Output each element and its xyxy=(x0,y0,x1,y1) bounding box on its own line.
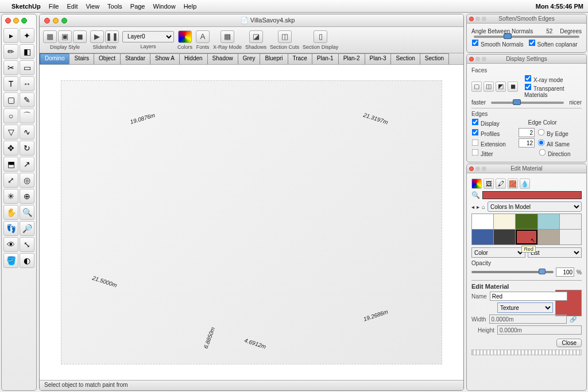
tool-zoomwindow[interactable]: 🔎 xyxy=(20,221,34,236)
crayon-icon[interactable]: 🖍 xyxy=(496,178,506,189)
display-edges-checkbox[interactable]: Display xyxy=(471,121,500,127)
menu-window[interactable]: Window xyxy=(153,3,176,10)
zoom-icon[interactable] xyxy=(482,17,486,21)
menu-help[interactable]: Help xyxy=(184,3,197,10)
model-viewport[interactable]: 19.0876m 21.3197m 21.5000m 6.8850m 4.691… xyxy=(40,65,463,380)
sectioncuts-icon[interactable]: ◫ xyxy=(278,30,292,43)
scene-tab[interactable]: Plan-3 xyxy=(365,53,392,64)
profiles-input[interactable] xyxy=(519,128,535,137)
color-swatch[interactable] xyxy=(560,230,581,244)
pause-icon[interactable]: ❚❚ xyxy=(105,30,119,43)
profiles-checkbox[interactable]: Profiles xyxy=(471,129,516,137)
color-swatch[interactable] xyxy=(538,214,559,229)
texture-select[interactable]: Texture xyxy=(497,302,553,313)
scene-tab[interactable]: Show A xyxy=(150,53,180,64)
angle-slider[interactable] xyxy=(474,36,579,38)
xray-checkbox[interactable]: X-ray mode xyxy=(524,77,563,83)
scene-tab[interactable]: Grey xyxy=(238,53,261,64)
opacity-slider[interactable] xyxy=(471,271,554,273)
minimize-icon[interactable] xyxy=(475,166,480,171)
face-style-icon[interactable]: ▢ xyxy=(471,81,482,92)
tool-curve[interactable]: ∿ xyxy=(20,125,34,139)
xray-icon[interactable]: ▩ xyxy=(220,30,234,43)
style-wireframe-icon[interactable]: ▦ xyxy=(43,30,57,43)
color-mode-select[interactable]: Color xyxy=(471,247,525,258)
minimize-icon[interactable] xyxy=(13,18,19,24)
nav-fwd-icon[interactable]: ▸ xyxy=(477,204,479,210)
tool-text[interactable]: T xyxy=(3,76,18,91)
scene-tab[interactable]: Standar xyxy=(120,53,150,64)
scene-tab[interactable]: Section xyxy=(390,53,420,64)
scene-tab[interactable]: Stairs xyxy=(69,53,94,64)
tool-arc[interactable]: ⌒ xyxy=(20,108,34,123)
scene-tab[interactable]: Object xyxy=(94,53,121,64)
zoom-icon[interactable] xyxy=(21,18,27,24)
tool-protractor[interactable]: ▭ xyxy=(20,60,34,75)
soften-coplanar-checkbox[interactable]: Soften coplanar xyxy=(528,39,582,48)
app-menu[interactable]: SketchUp xyxy=(11,3,41,10)
quality-slider[interactable] xyxy=(491,102,564,104)
jitter-checkbox[interactable]: Jitter xyxy=(471,149,514,157)
tool-polygon[interactable]: ▽ xyxy=(3,125,18,139)
tool-followme[interactable]: ↗ xyxy=(20,157,34,172)
tool-section[interactable]: ◐ xyxy=(20,253,34,268)
close-icon[interactable] xyxy=(469,166,474,171)
tool-rectangle[interactable]: ▢ xyxy=(3,92,18,107)
scene-tab[interactable]: Plan-1 xyxy=(312,53,339,64)
play-icon[interactable]: ▶ xyxy=(90,30,104,43)
tool-zoomextents[interactable]: ⤡ xyxy=(20,237,34,252)
color-swatch[interactable] xyxy=(494,230,515,244)
tool-walk[interactable]: 👣 xyxy=(3,221,18,236)
tool-circle[interactable]: ○ xyxy=(3,108,18,123)
tool-freehand[interactable]: ✎ xyxy=(20,92,34,107)
color-swatch[interactable] xyxy=(472,214,493,229)
color-swatch[interactable] xyxy=(516,214,537,229)
scene-tab[interactable]: Shadow xyxy=(207,53,238,64)
search-icon[interactable]: 🔍 xyxy=(471,191,480,199)
scene-tab[interactable]: Plan-2 xyxy=(338,53,365,64)
tool-look[interactable]: 👁 xyxy=(3,237,18,252)
menu-edit[interactable]: Edit xyxy=(67,3,78,10)
transparent-checkbox[interactable]: Transparent Materials xyxy=(524,86,564,98)
style-shaded-icon[interactable]: ◼ xyxy=(73,30,87,43)
color-swatch[interactable] xyxy=(494,214,515,229)
minimize-icon[interactable] xyxy=(475,57,480,61)
title-bar[interactable]: VillaSavoy4.skp xyxy=(40,14,463,27)
allsame-radio[interactable]: All Same xyxy=(537,139,582,148)
scene-tab[interactable]: Hidden xyxy=(179,53,208,64)
colors-icon[interactable] xyxy=(178,30,192,43)
color-swatch[interactable] xyxy=(560,214,581,229)
face-style-icon[interactable]: ◼ xyxy=(508,81,518,92)
color-swatch[interactable]: Red↖ xyxy=(516,230,537,244)
menu-file[interactable]: File xyxy=(49,3,59,10)
minimize-icon[interactable] xyxy=(53,18,59,24)
tool-tape[interactable]: ✂ xyxy=(3,60,18,75)
direction-radio[interactable]: Direction xyxy=(539,149,582,157)
opacity-input[interactable] xyxy=(556,267,574,277)
shadows-icon[interactable]: ◪ xyxy=(249,30,263,43)
eyedropper-icon[interactable]: 💧 xyxy=(520,178,530,189)
tool-zoom[interactable]: 🔍 xyxy=(20,205,34,220)
tool-pushpull[interactable]: ⬒ xyxy=(3,157,18,172)
tool-target[interactable]: ⊕ xyxy=(20,189,34,204)
scene-tab[interactable]: Trace xyxy=(288,53,312,64)
brick-icon[interactable]: 🧱 xyxy=(508,178,518,189)
library-select[interactable]: Colors In Model xyxy=(488,201,582,212)
layers-select[interactable]: Layer0 xyxy=(122,31,174,42)
scene-tab[interactable]: Bluepri xyxy=(260,53,288,64)
image-palette-icon[interactable]: 🖼 xyxy=(483,178,494,189)
tool-line[interactable]: ✏ xyxy=(3,44,18,59)
tool-axes[interactable]: ✦ xyxy=(20,28,34,43)
tool-orbit[interactable]: ✳ xyxy=(3,189,18,204)
tool-offset[interactable]: ◎ xyxy=(20,173,34,188)
fonts-icon[interactable]: A xyxy=(196,30,210,43)
color-wells[interactable] xyxy=(471,350,582,355)
color-swatch[interactable] xyxy=(472,230,493,244)
menu-tools[interactable]: Tools xyxy=(107,3,122,10)
tool-dimension[interactable]: ↔ xyxy=(20,76,34,91)
scene-tab[interactable]: Section xyxy=(420,53,449,64)
tool-eraser[interactable]: ◧ xyxy=(20,44,34,59)
color-swatch[interactable] xyxy=(538,230,559,244)
close-button[interactable]: Close xyxy=(556,339,582,347)
face-style-icon[interactable]: ◫ xyxy=(483,81,494,92)
